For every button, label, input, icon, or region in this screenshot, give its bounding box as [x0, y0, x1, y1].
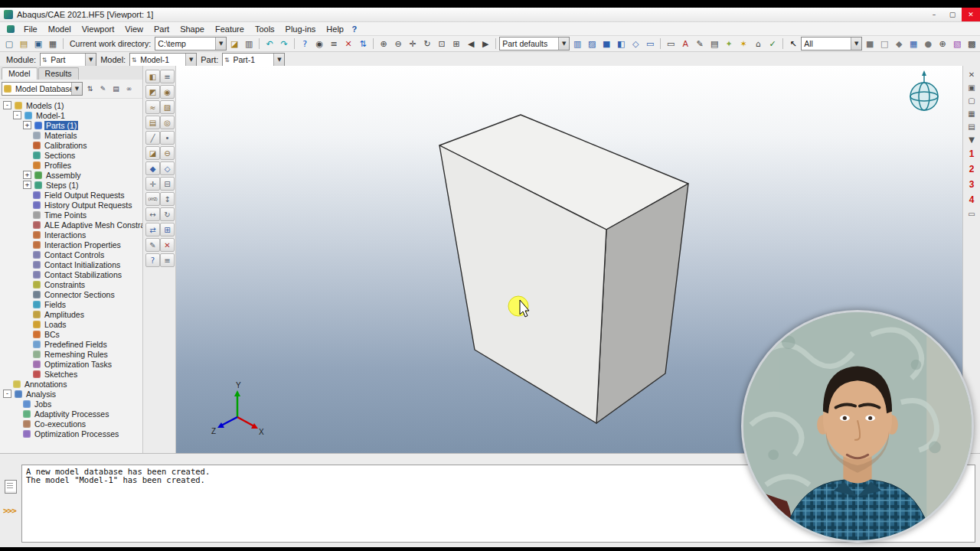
chamfer-tool[interactable]: ◇: [160, 161, 175, 175]
create-part-tool[interactable]: ◧: [145, 70, 160, 83]
parallel-icon[interactable]: ▭: [643, 37, 657, 51]
menu-item[interactable]: File: [18, 24, 43, 34]
color-code-icon[interactable]: ▧: [950, 37, 964, 51]
cut-revolve-tool[interactable]: ⊖: [160, 146, 175, 160]
tree-item[interactable]: - Models (1): [0, 100, 142, 110]
snap-icon[interactable]: ✓: [766, 37, 779, 51]
model-combo[interactable]: ⇅ Model-1 ▼: [129, 53, 197, 67]
tree-item[interactable]: Connector Sections: [0, 289, 142, 299]
context-help-icon[interactable]: ?: [349, 24, 360, 34]
chevron-down-icon[interactable]: ▼: [71, 83, 82, 95]
tree-item[interactable]: + Steps (1): [0, 180, 142, 190]
chevron-down-icon[interactable]: ▼: [215, 37, 226, 50]
arrow-down-icon[interactable]: ▼: [965, 134, 978, 145]
menu-item[interactable]: Part: [149, 24, 175, 34]
close-button[interactable]: ✕: [962, 8, 980, 21]
wire-tool[interactable]: ╱: [145, 131, 160, 145]
lights-icon[interactable]: ✶: [737, 37, 750, 51]
tree-item[interactable]: Optimization Processes: [0, 429, 142, 439]
pattern-icon[interactable]: ▩: [965, 37, 978, 51]
tree-item[interactable]: Profiles: [0, 160, 142, 170]
menu-item[interactable]: Tools: [250, 24, 280, 34]
tree-item[interactable]: - Analysis: [0, 389, 142, 399]
box-zoom-icon[interactable]: ⊡: [435, 37, 449, 51]
options-icon[interactable]: ▤: [110, 83, 122, 94]
hidden-render-icon[interactable]: ▨: [585, 37, 599, 51]
tree-item[interactable]: Adaptivity Processes: [0, 409, 142, 419]
tree-item[interactable]: Sections: [0, 150, 142, 160]
message-log-icon[interactable]: [5, 480, 17, 494]
part-manager-tool[interactable]: ≡: [160, 70, 175, 83]
tree-item[interactable]: Predefined Fields: [0, 339, 142, 349]
partition-tool[interactable]: ⊟: [160, 177, 175, 191]
highlight-icon[interactable]: ●: [921, 37, 935, 51]
datum-tool[interactable]: ✛: [145, 177, 160, 191]
database-combo[interactable]: Model Database ▼: [2, 82, 83, 96]
annotation-icon[interactable]: A: [678, 37, 692, 51]
menu-item[interactable]: Plug-ins: [280, 24, 322, 34]
perspective-icon[interactable]: ◇: [629, 37, 642, 51]
tree-expander[interactable]: +: [23, 171, 31, 179]
cut-view-icon[interactable]: ◧: [614, 37, 628, 51]
menu-item[interactable]: Help: [321, 24, 349, 34]
tree-item[interactable]: + Assembly: [0, 170, 142, 180]
tree-expander[interactable]: +: [23, 181, 31, 189]
menu-item[interactable]: Shape: [175, 24, 210, 34]
tile-icon[interactable]: ▦: [965, 108, 978, 119]
tree-item[interactable]: Contact Initializations: [0, 259, 142, 269]
tree-item[interactable]: Time Points: [0, 210, 142, 220]
maximize-button[interactable]: ▢: [943, 8, 962, 21]
pin-icon[interactable]: ▣: [965, 82, 978, 93]
reference-icon[interactable]: ≡: [327, 37, 341, 51]
tree-item[interactable]: Sketches: [0, 369, 142, 379]
tree-item[interactable]: Interactions: [0, 230, 142, 240]
tree-item[interactable]: - Model-1: [0, 110, 142, 120]
rotate-tool[interactable]: ↻: [160, 207, 175, 221]
module-combo[interactable]: ⇅ Part ▼: [40, 53, 96, 67]
tree-item[interactable]: ALE Adaptive Mesh Constraints: [0, 220, 142, 230]
tree-item[interactable]: + Parts (1): [0, 120, 142, 130]
shell-extrude-tool[interactable]: ▤: [145, 116, 160, 129]
tree-item[interactable]: Optimization Tasks: [0, 359, 142, 369]
menu-item[interactable]: Viewport: [77, 24, 120, 34]
cascade-icon[interactable]: ▤: [965, 121, 978, 132]
part-combo[interactable]: ⇅ Part-1 ▼: [222, 53, 285, 67]
print-icon[interactable]: ▦: [46, 37, 60, 51]
delete-feature-tool[interactable]: ✕: [160, 238, 175, 252]
tab-model[interactable]: Model: [2, 67, 38, 80]
rotate-view-icon[interactable]: ↻: [420, 37, 434, 51]
options-tool[interactable]: ≡: [160, 253, 175, 267]
viewport-number[interactable]: 1: [965, 147, 978, 161]
pan-icon[interactable]: ✛: [406, 37, 420, 51]
menu-item[interactable]: Model: [43, 24, 77, 34]
tree-expander[interactable]: -: [3, 390, 11, 398]
tree-item[interactable]: Field Output Requests: [0, 190, 142, 200]
tree-item[interactable]: Loads: [0, 319, 142, 329]
menu-item[interactable]: View: [119, 24, 149, 34]
tree-item[interactable]: Calibrations: [0, 140, 142, 150]
pointer-icon[interactable]: ↖: [786, 37, 800, 51]
solid-revolve-tool[interactable]: ◉: [160, 85, 175, 99]
tree-expander[interactable]: -: [3, 101, 11, 109]
overlay-icon[interactable]: ▤: [707, 37, 721, 51]
tree-item[interactable]: Jobs: [0, 399, 142, 409]
wireframe-render-icon[interactable]: ▥: [570, 37, 584, 51]
tree-item[interactable]: Contact Controls: [0, 249, 142, 259]
cycle-next-icon[interactable]: ▶: [479, 37, 492, 51]
chevron-down-icon[interactable]: ▼: [851, 37, 861, 50]
query-icon[interactable]: ?: [298, 37, 312, 51]
solid-loft-tool[interactable]: ▨: [160, 100, 175, 114]
open-model-icon[interactable]: ▤: [17, 37, 31, 51]
tree-item[interactable]: History Output Requests: [0, 200, 142, 210]
delete-icon[interactable]: ✕: [341, 37, 355, 51]
tree-item[interactable]: Annotations: [0, 379, 142, 389]
fit-view-icon[interactable]: ⊞: [449, 37, 463, 51]
tree-item[interactable]: Contact Stabilizations: [0, 269, 142, 279]
datum-csys-tool[interactable]: (XYZ): [145, 192, 160, 206]
cycle-prev-icon[interactable]: ◀: [464, 37, 478, 51]
viewport-number[interactable]: 4: [965, 193, 978, 207]
pattern-tool[interactable]: ⊞: [160, 223, 175, 236]
new-model-icon[interactable]: ▢: [2, 37, 16, 51]
set-work-directory-icon[interactable]: ◪: [227, 37, 241, 51]
redo-icon[interactable]: ↷: [277, 37, 291, 51]
